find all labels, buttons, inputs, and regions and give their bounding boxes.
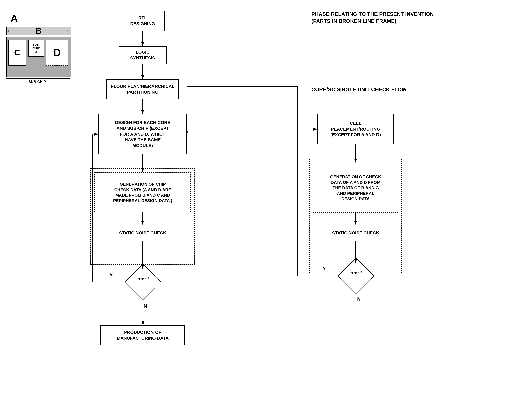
chip-diagram: A F B F C SUB-CHIP2 D bbox=[6, 10, 72, 82]
box-design-each: DESIGN FOR EACH CORE AND SUB-CHIP (EXCEP… bbox=[98, 114, 187, 154]
n-label-left: N bbox=[144, 303, 147, 309]
box-gen-chip-check: GENERATION OF CHIP CHECK DATA (A AND D A… bbox=[94, 172, 191, 212]
diamond-left-container: error ? bbox=[123, 269, 163, 295]
y-label-left: Y bbox=[110, 272, 113, 278]
diamond-right-label: error ? bbox=[336, 271, 376, 275]
chip-bottom-area: C SUB-CHIP2 D bbox=[7, 36, 71, 77]
n-label-right: N bbox=[357, 296, 361, 302]
box-logic: LOGIC SYNTHESIS bbox=[118, 46, 167, 64]
chip-f-left: F bbox=[8, 29, 10, 33]
chip-subchip2-box: SUB-CHIP2 bbox=[28, 40, 44, 57]
box-gen-check-right: GENERATION OF CHECK DATA OF A AND D FROM… bbox=[313, 163, 398, 213]
box-cell-placement: CELL PLACEMENT/ROUTING (EXCEPT FOR A AND… bbox=[318, 114, 394, 144]
box-production: PRODUCTION OF MANUFACTURING DATA bbox=[100, 325, 185, 345]
phase-sub: (PARTS IN BROKEN LINE FRAME) bbox=[311, 18, 396, 24]
diagram-container: A F B F C SUB-CHIP2 D bbox=[0, 0, 532, 406]
chip-subchip2-label: SUB-CHIP2 bbox=[33, 43, 40, 54]
chip-f-right: F bbox=[67, 29, 69, 33]
chip-c-box: C bbox=[8, 40, 26, 66]
chip-outer-box: A F B F C SUB-CHIP2 D bbox=[6, 10, 70, 78]
box-static-noise-left: STATIC NOISE CHECK bbox=[100, 225, 185, 241]
chip-label-d: D bbox=[53, 47, 61, 59]
chip-label-b: B bbox=[36, 26, 42, 36]
diamond-left-label: error ? bbox=[123, 277, 163, 281]
phase-label: PHASE RELATING TO THE PRESENT INVENTION bbox=[311, 11, 434, 17]
chip-subchip1-label: SUB-CHIP1 bbox=[28, 80, 48, 84]
chip-subchip1-bar: SUB-CHIP1 bbox=[6, 78, 70, 85]
box-floor-plan: FLOOR PLAN/HIERARCHICAL PARTITIONING bbox=[106, 79, 179, 99]
chip-d-box: D bbox=[46, 40, 68, 66]
diamond-right-container: error ? bbox=[336, 263, 376, 289]
chip-label-c: C bbox=[14, 48, 20, 58]
y-label-right: Y bbox=[323, 266, 326, 272]
chip-b-bar: F B F bbox=[7, 27, 71, 35]
box-static-noise-right: STATIC NOISE CHECK bbox=[315, 225, 396, 241]
chip-label-a: A bbox=[10, 13, 18, 24]
arrows-svg bbox=[0, 0, 532, 406]
core-sc-label: CORE/SC SINGLE UNIT CHECK FLOW bbox=[311, 86, 407, 93]
box-rtl: RTL DESIGNING bbox=[120, 11, 165, 31]
